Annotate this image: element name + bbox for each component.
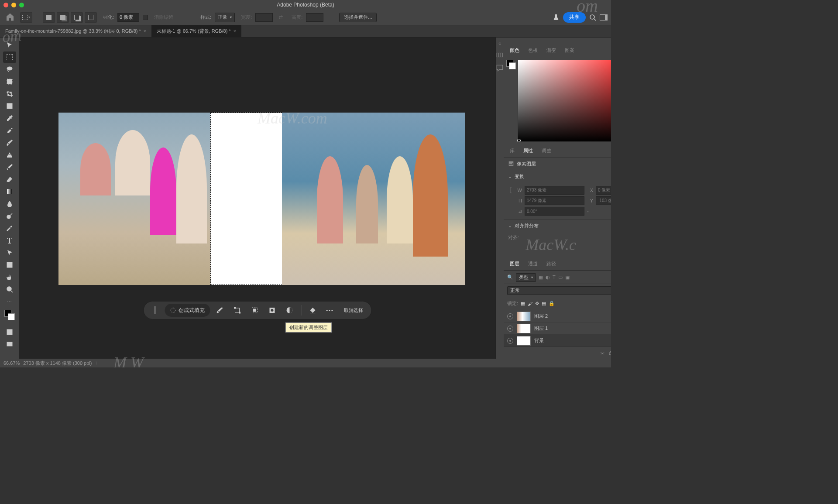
layer-style-icon[interactable]: fx	[609, 350, 611, 356]
marquee-tool[interactable]	[3, 51, 16, 63]
close-icon[interactable]: ×	[234, 29, 236, 34]
lock-transparent-icon[interactable]: ▦	[521, 301, 525, 306]
share-button[interactable]: 共享	[563, 12, 586, 23]
frame-tool[interactable]	[3, 100, 16, 112]
edit-toolbar[interactable]: ⋯	[3, 296, 16, 307]
deselect-button[interactable]: 取消选择	[340, 302, 367, 318]
y-input[interactable]	[596, 196, 611, 205]
home-button[interactable]	[3, 12, 17, 23]
lock-all-icon[interactable]: 🔒	[549, 301, 555, 306]
layer-row-1[interactable]: 图层 1	[504, 322, 611, 334]
tab-patterns[interactable]: 图案	[560, 44, 579, 57]
workspace-switcher[interactable]	[600, 14, 608, 21]
x-input[interactable]	[596, 186, 611, 195]
angle-input[interactable]	[525, 207, 584, 216]
zoom-level[interactable]: 66.67%	[3, 360, 20, 366]
filter-pixel-icon[interactable]: ▦	[539, 274, 543, 280]
filter-smart-icon[interactable]: ▣	[565, 274, 570, 280]
layer-thumbnail[interactable]	[517, 324, 531, 333]
shape-tool[interactable]	[3, 259, 16, 271]
lock-image-icon[interactable]: 🖌	[528, 301, 532, 306]
tab-gradients[interactable]: 渐变	[542, 44, 560, 57]
screen-mode[interactable]	[3, 339, 16, 350]
drag-handle[interactable]	[147, 302, 163, 318]
dodge-tool[interactable]	[3, 210, 16, 222]
object-selection-tool[interactable]	[3, 76, 16, 87]
expand-panels[interactable]: «	[498, 41, 501, 46]
transform-selection-icon[interactable]	[229, 302, 245, 318]
clone-stamp-tool[interactable]	[3, 149, 16, 161]
tool-preset-picker[interactable]: ▾	[20, 12, 32, 23]
tab-paths[interactable]: 路径	[542, 257, 560, 270]
tab-adjustments[interactable]: 调整	[537, 144, 556, 157]
filter-adjustment-icon[interactable]: ◐	[546, 274, 550, 280]
layer-name[interactable]: 背景	[534, 337, 544, 344]
mask-icon[interactable]	[264, 302, 280, 318]
new-selection[interactable]	[43, 12, 55, 23]
move-tool[interactable]	[3, 39, 16, 51]
zoom-tool[interactable]	[3, 284, 16, 295]
tab-family-mountain[interactable]: Family-on-the-mountain-759882.jpg @ 33.3…	[0, 25, 151, 37]
filter-type-dropdown[interactable]: 类型▾	[516, 273, 536, 282]
add-selection[interactable]	[57, 12, 69, 23]
tab-libraries[interactable]: 库	[505, 144, 519, 157]
select-subject-icon[interactable]	[212, 302, 227, 318]
comments-icon[interactable]	[496, 64, 504, 72]
tab-channels[interactable]: 通道	[524, 257, 542, 270]
learn-icon[interactable]	[496, 51, 504, 59]
beaker-icon[interactable]	[553, 14, 560, 21]
tab-properties[interactable]: 属性	[519, 144, 537, 157]
foreground-background-colors[interactable]	[4, 310, 15, 320]
layer-name[interactable]: 图层 2	[534, 313, 548, 319]
color-field[interactable]	[518, 60, 611, 142]
maximize-window[interactable]	[19, 3, 24, 7]
healing-brush-tool[interactable]	[3, 125, 16, 136]
tab-untitled-1[interactable]: 未标题-1 @ 66.7% (背景, RGB/8) *×	[151, 25, 241, 37]
lock-position-icon[interactable]: ✥	[535, 301, 539, 306]
crop-tool[interactable]	[3, 88, 16, 99]
filter-shape-icon[interactable]: ▭	[558, 274, 563, 280]
layer-row-2[interactable]: 图层 2	[504, 310, 611, 322]
history-brush-tool[interactable]	[3, 161, 16, 173]
layer-row-background[interactable]: 背景 🔒	[504, 334, 611, 346]
gradient-tool[interactable]	[3, 186, 16, 197]
quick-mask-mode[interactable]	[3, 326, 16, 338]
invert-selection-icon[interactable]	[247, 302, 262, 318]
layer-thumbnail[interactable]	[517, 336, 531, 346]
visibility-icon[interactable]	[507, 313, 513, 319]
filter-type-icon[interactable]: T	[553, 274, 556, 280]
minimize-window[interactable]	[11, 3, 16, 7]
canvas[interactable]	[58, 113, 465, 285]
layer-name[interactable]: 图层 1	[534, 325, 548, 332]
search-icon[interactable]: 🔍	[507, 274, 513, 280]
hand-tool[interactable]	[3, 271, 16, 283]
tab-swatches[interactable]: 色板	[524, 44, 542, 57]
tab-layers[interactable]: 图层	[505, 257, 524, 270]
collapse-panels[interactable]: »	[504, 38, 611, 44]
visibility-icon[interactable]	[507, 326, 513, 332]
layer-thumbnail[interactable]	[517, 312, 531, 321]
close-window[interactable]	[3, 3, 8, 7]
style-dropdown[interactable]: 正常▾	[215, 13, 235, 22]
fill-selection-icon[interactable]	[305, 302, 320, 318]
eyedropper-tool[interactable]	[3, 113, 16, 124]
blend-mode-dropdown[interactable]: 正常	[507, 286, 611, 295]
selection-marquee[interactable]	[210, 113, 282, 285]
width-input[interactable]	[525, 186, 584, 195]
new-adjustment-layer-icon[interactable]	[282, 302, 297, 318]
feather-input[interactable]	[117, 13, 139, 22]
intersect-selection[interactable]	[85, 12, 97, 23]
align-section[interactable]: ⌄对齐并分布	[504, 219, 611, 232]
antialias-checkbox[interactable]	[143, 15, 148, 20]
more-options-icon[interactable]: •••	[322, 302, 338, 318]
transform-section[interactable]: ⌄变换	[504, 170, 611, 182]
search-icon[interactable]	[589, 14, 596, 21]
select-and-mask-button[interactable]: 选择并遮住...	[339, 13, 377, 22]
canvas-area[interactable]: 创成式填充 ••• 取消选择 创建新的调整图层	[19, 38, 495, 359]
close-icon[interactable]: ×	[144, 29, 146, 34]
link-layers-icon[interactable]: ⫘	[600, 350, 604, 356]
height-input[interactable]	[525, 196, 584, 205]
type-tool[interactable]	[3, 235, 16, 246]
fg-bg-swatch[interactable]	[506, 60, 516, 69]
generative-fill-button[interactable]: 创成式填充	[165, 304, 210, 317]
